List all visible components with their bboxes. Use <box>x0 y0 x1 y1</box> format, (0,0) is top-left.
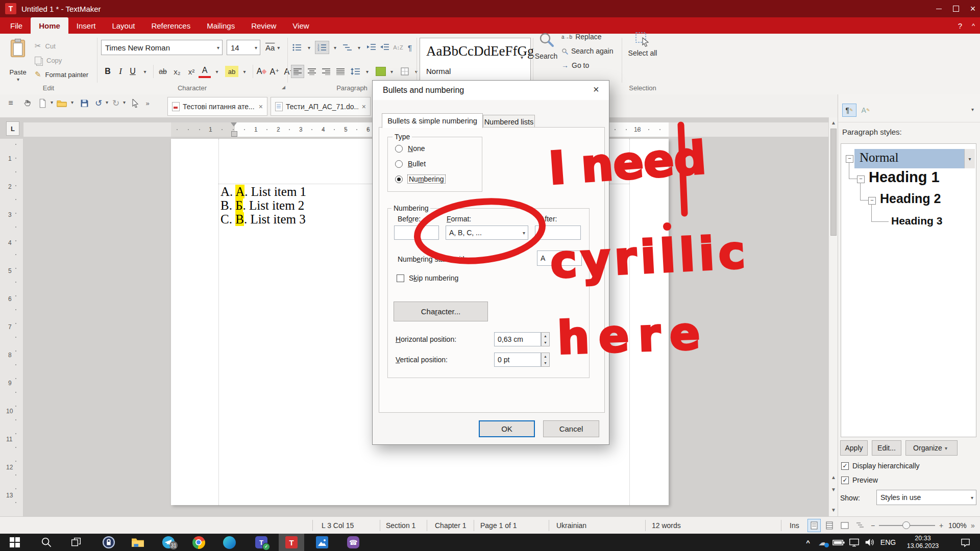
shading-dropdown-icon[interactable]: ▾ <box>386 69 398 74</box>
numbered-list-dropdown-icon[interactable]: ▾ <box>329 45 341 51</box>
radio-numbering[interactable] <box>395 176 403 183</box>
bullet-list-dropdown-icon[interactable]: ▾ <box>303 45 315 51</box>
undo-icon[interactable]: ↺ <box>93 96 104 110</box>
character-styles-tab[interactable]: A✎ <box>859 104 873 117</box>
display-hierarchically-checkbox[interactable]: ✓ <box>841 462 849 470</box>
underline-dropdown-icon[interactable]: ▾ <box>139 69 151 74</box>
bullet-list-icon[interactable] <box>291 41 303 54</box>
cancel-button[interactable]: Cancel <box>543 420 599 437</box>
open-file-icon[interactable] <box>55 96 68 110</box>
previous-page-icon[interactable]: ▲ <box>829 474 838 480</box>
hand-tool-icon[interactable] <box>20 96 34 110</box>
shading-icon[interactable] <box>376 67 386 76</box>
network-icon[interactable] <box>846 535 862 549</box>
replace-button[interactable]: a→b Replace <box>561 32 602 42</box>
italic-button[interactable]: I <box>114 65 127 78</box>
tab-bullets-simple-numbering[interactable]: Bullets & simple numbering <box>382 113 483 128</box>
vertical-position-spinner[interactable]: ▲▼ <box>541 353 550 367</box>
taskbar-viber[interactable]: ☎ <box>342 535 364 549</box>
taskbar-edge[interactable] <box>218 535 240 549</box>
search-again-button[interactable]: Search again <box>561 46 614 56</box>
pilcrow-icon[interactable]: ¶ <box>405 41 415 54</box>
view-outline-icon[interactable] <box>853 519 867 532</box>
next-page-icon[interactable]: ▼ <box>829 487 838 492</box>
menu-view[interactable]: View <box>284 17 317 34</box>
menu-mailings[interactable]: Mailings <box>199 17 243 34</box>
redo-icon[interactable]: ↻ <box>110 96 121 110</box>
show-combo[interactable]: Styles in use▾ <box>876 490 976 505</box>
format-painter-button[interactable]: ✎ Format painter <box>35 69 88 80</box>
onedrive-icon[interactable]: ☁ <box>816 535 830 549</box>
clear-formatting-button[interactable]: A <box>255 65 267 78</box>
decrease-indent-icon[interactable] <box>378 41 391 54</box>
justify-icon[interactable] <box>334 65 347 78</box>
style-item-heading3[interactable]: Heading 3 <box>891 215 942 227</box>
view-fullscreen-icon[interactable] <box>838 519 851 532</box>
dialog-launcher-icon[interactable]: ◢ <box>282 85 285 90</box>
sort-icon[interactable]: A↕Z <box>391 41 405 54</box>
language-indicator[interactable]: ENG <box>878 535 898 549</box>
taskbar-chrome[interactable] <box>187 535 210 549</box>
font-color-dropdown-icon[interactable]: ▾ <box>211 69 223 74</box>
tree-collapse-icon[interactable]: − <box>857 176 865 183</box>
view-continuous-icon[interactable] <box>823 519 836 532</box>
taskbar-keepass[interactable] <box>97 535 120 549</box>
taskbar-photos[interactable] <box>311 535 333 549</box>
taskbar-teams[interactable]: T ✓ <box>250 535 273 549</box>
left-indent-marker[interactable] <box>231 131 237 137</box>
dialog-close-icon[interactable]: × <box>593 84 599 95</box>
font-size-combo[interactable]: 14▾ <box>227 40 260 55</box>
document-text-line[interactable]: C. В. List item 3 <box>220 212 306 227</box>
superscript-button[interactable]: x² <box>184 65 199 78</box>
vertical-scrollbar[interactable]: ▲ ▲ ▼ ▼ <box>828 117 838 516</box>
document-text-line[interactable]: B. Б. List item 2 <box>220 198 304 213</box>
highlight-button[interactable]: ab <box>225 66 238 77</box>
view-normal-icon[interactable] <box>807 519 821 532</box>
start-button[interactable] <box>4 535 26 549</box>
subscript-button[interactable]: x₂ <box>170 65 184 78</box>
new-document-icon[interactable] <box>37 96 48 110</box>
zoom-slider-knob[interactable] <box>902 521 910 529</box>
scrollbar-thumb[interactable] <box>830 129 837 236</box>
borders-icon[interactable] <box>399 65 410 78</box>
sidebar-toggle-icon[interactable]: ≡ <box>4 96 17 110</box>
change-case-button[interactable]: Aa ▾ <box>265 41 282 54</box>
apply-button[interactable]: Apply <box>840 440 868 456</box>
horizontal-position-spinner[interactable]: ▲▼ <box>541 332 550 346</box>
pointer-tool-icon[interactable] <box>130 96 142 110</box>
tree-collapse-icon[interactable]: − <box>868 197 876 205</box>
align-right-icon[interactable] <box>320 65 333 78</box>
task-view-button[interactable] <box>65 535 87 549</box>
radio-none[interactable] <box>395 145 403 153</box>
strikethrough-button[interactable]: ab <box>156 65 170 78</box>
document-text-line[interactable]: A. A. List item 1 <box>220 185 306 199</box>
scroll-up-icon[interactable]: ▲ <box>829 120 838 126</box>
copy-button[interactable]: Copy <box>35 55 62 65</box>
first-line-indent-marker[interactable] <box>231 122 237 127</box>
align-left-icon[interactable] <box>291 65 304 78</box>
volume-icon[interactable] <box>862 535 877 549</box>
tab-close-icon[interactable]: × <box>362 103 366 111</box>
zoom-level[interactable]: 100% <box>948 517 967 534</box>
toolbar-overflow-icon[interactable]: » <box>143 96 152 110</box>
vertical-position-field[interactable]: 0 pt <box>494 353 541 367</box>
save-icon[interactable] <box>78 96 91 110</box>
tree-collapse-icon[interactable]: − <box>846 155 853 163</box>
style-item-normal[interactable]: Normal <box>860 151 898 165</box>
document-tab-2[interactable]: Тести_АП_АС_71.do... × <box>271 97 371 116</box>
redo-dropdown-icon[interactable]: ▾ <box>120 99 128 105</box>
styles-tree[interactable]: − Normal ▾ − Heading 1 − Heading 2 Headi… <box>841 143 976 437</box>
dialog-titlebar[interactable]: Bullets and numbering × <box>373 81 609 100</box>
clock[interactable]: 20:33 13.06.2023 <box>901 535 944 550</box>
zoom-out-button[interactable]: − <box>869 521 877 530</box>
underline-button[interactable]: U <box>127 65 139 78</box>
collapse-ribbon-button[interactable]: ^ <box>968 17 979 34</box>
character-button[interactable]: Character... <box>394 302 488 321</box>
paragraph-styles-tab[interactable]: ¶✎ <box>842 104 856 117</box>
scroll-down-icon[interactable]: ▼ <box>829 507 838 513</box>
highlight-dropdown-icon[interactable]: ▾ <box>238 69 251 74</box>
style-gallery[interactable]: AaBbCcDdEeFfGg Normal ▾ <box>420 38 531 83</box>
open-file-dropdown-icon[interactable]: ▾ <box>68 99 76 105</box>
line-spacing-icon[interactable] <box>349 65 361 78</box>
edit-button[interactable]: Edit... <box>872 440 901 456</box>
